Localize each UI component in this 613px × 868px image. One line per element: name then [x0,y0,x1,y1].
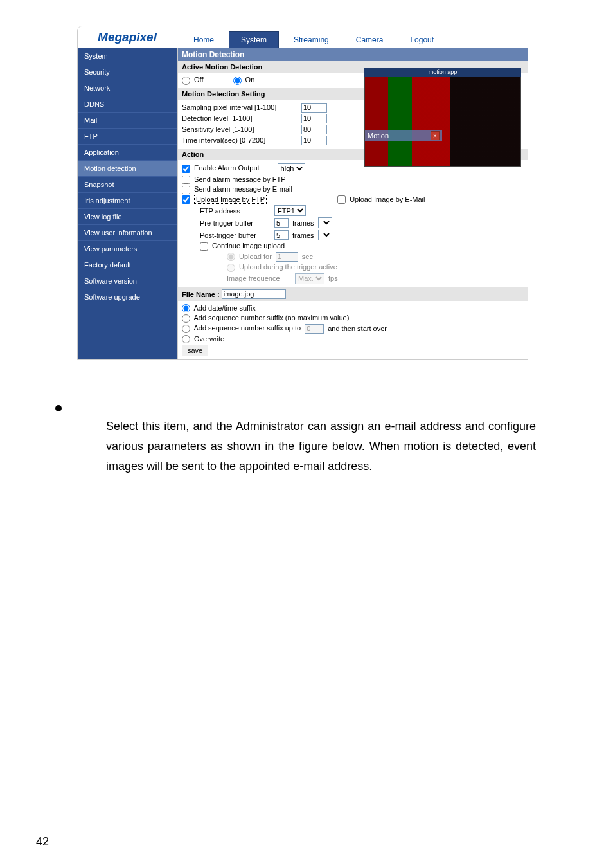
sidebar-item-motion-detection[interactable]: Motion detection [78,161,177,177]
sidebar: System Security Network DDNS Mail FTP Ap… [78,48,177,359]
sidebar-item-view-parameters[interactable]: View parameters [78,241,177,257]
logo: Megapixel [78,26,177,48]
send-ftp-checkbox[interactable]: Send alarm message by FTP [182,176,286,185]
app-window: Megapixel Home System Streaming Camera L… [77,26,528,360]
enable-alarm-checkbox[interactable]: Enable Alarm Output [182,164,260,173]
sensitivity-input[interactable] [301,125,327,134]
image-freq-select: Max. [295,273,324,284]
suffix-seq-nomax-radio[interactable]: Add sequence number suffix (no maximum v… [182,314,349,323]
timeint-label: Time interval(sec) [0-7200] [182,136,298,144]
tab-camera[interactable]: Camera [344,31,396,48]
panel-title: Motion Detection [178,48,528,61]
sampling-input[interactable] [301,103,327,113]
sidebar-item-system[interactable]: System [78,48,177,64]
pretrig-input[interactable] [274,218,289,228]
posttrig-frames: frames [292,231,314,239]
upload-email-checkbox[interactable]: Upload Image by E-Mail [337,195,425,204]
overwrite-radio[interactable]: Overwrite [182,335,224,344]
upload-for-radio: Upload for [227,253,272,262]
body: System Security Network DDNS Mail FTP Ap… [78,48,528,359]
sensitivity-label: Sensitivity level [1-100] [182,125,298,133]
tab-streaming[interactable]: Streaming [281,31,341,48]
preview-image: Motion × [364,77,521,167]
sidebar-item-ddns[interactable]: DDNS [78,96,177,113]
upload-ftp-checkbox[interactable]: Upload Image by FTP [182,195,267,204]
sidebar-item-mail[interactable]: Mail [78,113,177,129]
close-icon[interactable]: × [431,131,440,140]
detection-label: Detection level [1-100] [182,114,298,122]
sidebar-item-network[interactable]: Network [78,80,177,96]
motion-window-label: Motion [368,132,389,140]
save-button[interactable]: save [182,345,208,356]
send-email-checkbox[interactable]: Send alarm message by E-mail [182,185,292,194]
pretrig-frames: frames [292,219,314,227]
tab-system[interactable]: System [229,31,279,48]
upload-during-radio: Upload during the trigger active [227,263,337,272]
motion-window-titlebar[interactable]: Motion × [365,130,442,141]
image-freq-fps: fps [328,275,338,282]
sidebar-item-snapshot[interactable]: Snapshot [78,177,177,193]
radio-off[interactable]: Off [182,76,204,85]
seq-upto-input [305,324,324,334]
tab-home[interactable]: Home [181,31,226,48]
upload-for-input [276,252,298,262]
sidebar-item-software-version[interactable]: Software version [78,273,177,289]
pretrig-label: Pre-trigger buffer [200,219,271,227]
preview-caption: motion app [364,68,521,77]
timeint-input[interactable] [301,136,327,145]
suffix-seq-upto-radio[interactable]: Add sequence number suffix up to [182,324,301,333]
sidebar-item-application[interactable]: Application [78,145,177,161]
sidebar-item-security[interactable]: Security [78,64,177,80]
pretrig-select[interactable] [318,217,332,228]
main-panel: motion app Motion × Motion Detection Act… [177,48,528,359]
image-freq-label: Image frequence [227,275,291,282]
posttrig-input[interactable] [274,230,289,240]
and-then-label: and then start over [328,325,387,332]
preview-panel: motion app Motion × [364,68,521,167]
paragraph: Select this item, and the Administrator … [106,417,536,476]
file-name-row: File Name : [178,287,528,301]
sidebar-item-ftp[interactable]: FTP [78,129,177,145]
header-row: Megapixel Home System Streaming Camera L… [78,26,528,48]
file-name-input[interactable] [222,289,286,299]
tabs: Home System Streaming Camera Logout [177,26,447,48]
posttrig-select[interactable] [318,230,332,240]
posttrig-label: Post-trigger buffer [200,231,271,239]
sampling-label: Sampling pixel interval [1-100] [182,104,298,111]
sidebar-item-software-upgrade[interactable]: Software upgrade [78,289,177,305]
sidebar-item-factory-default[interactable]: Factory default [78,257,177,273]
ftp-address-label: FTP address [200,207,271,215]
bullet-icon [55,405,62,411]
radio-on[interactable]: On [233,76,255,85]
sidebar-item-view-log-file[interactable]: View log file [78,209,177,225]
file-name-label: File Name : [182,290,220,298]
sidebar-item-view-user-info[interactable]: View user information [78,225,177,241]
tab-logout[interactable]: Logout [398,31,446,48]
suffix-datetime-radio[interactable]: Add date/time suffix [182,304,256,313]
ftp-address-select[interactable]: FTP1 [274,205,306,216]
alarm-level-select[interactable]: high [278,163,305,174]
continue-upload-checkbox[interactable]: Continue image upload [200,242,285,251]
detection-input[interactable] [301,114,327,123]
upload-for-sec: sec [302,253,313,260]
sidebar-item-iris-adjustment[interactable]: Iris adjustment [78,193,177,209]
